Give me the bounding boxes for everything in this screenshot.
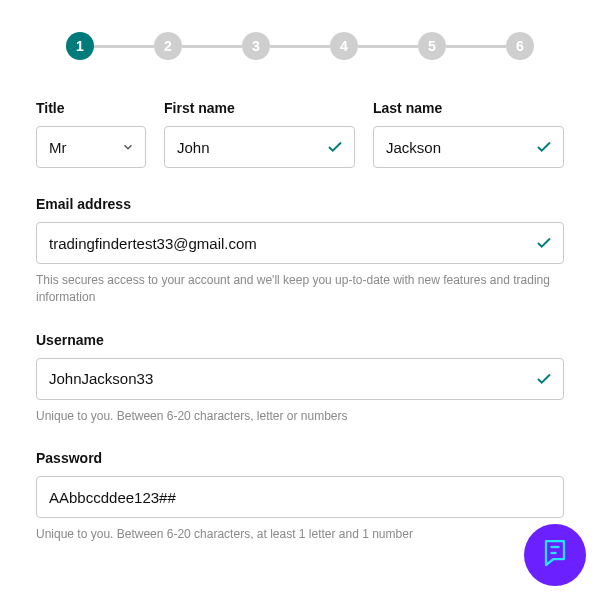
email-helper: This secures access to your account and … — [36, 272, 564, 306]
first-name-value: John — [177, 139, 210, 156]
username-input[interactable]: JohnJackson33 — [36, 358, 564, 400]
step-6[interactable]: 6 — [506, 32, 534, 60]
check-icon — [535, 138, 553, 156]
title-select[interactable]: Mr — [36, 126, 146, 168]
step-connector — [358, 45, 418, 48]
username-label: Username — [36, 332, 564, 348]
last-name-value: Jackson — [386, 139, 441, 156]
last-name-label: Last name — [373, 100, 564, 116]
password-label: Password — [36, 450, 564, 466]
step-1[interactable]: 1 — [66, 32, 94, 60]
email-label: Email address — [36, 196, 564, 212]
check-icon — [535, 234, 553, 252]
email-value: tradingfindertest33@gmail.com — [49, 235, 257, 252]
step-2[interactable]: 2 — [154, 32, 182, 60]
password-value: AAbbccddee123## — [49, 489, 176, 506]
step-4[interactable]: 4 — [330, 32, 358, 60]
username-helper: Unique to you. Between 6-20 characters, … — [36, 408, 564, 425]
step-connector — [270, 45, 330, 48]
first-name-input[interactable]: John — [164, 126, 355, 168]
step-5[interactable]: 5 — [418, 32, 446, 60]
progress-stepper: 1 2 3 4 5 6 — [36, 32, 564, 60]
title-label: Title — [36, 100, 146, 116]
check-icon — [326, 138, 344, 156]
step-connector — [182, 45, 242, 48]
password-helper: Unique to you. Between 6-20 characters, … — [36, 526, 564, 543]
first-name-label: First name — [164, 100, 355, 116]
username-value: JohnJackson33 — [49, 370, 153, 387]
chevron-down-icon — [121, 140, 135, 154]
step-3[interactable]: 3 — [242, 32, 270, 60]
last-name-input[interactable]: Jackson — [373, 126, 564, 168]
password-input[interactable]: AAbbccddee123## — [36, 476, 564, 518]
step-connector — [446, 45, 506, 48]
help-fab[interactable] — [524, 524, 586, 586]
email-input[interactable]: tradingfindertest33@gmail.com — [36, 222, 564, 264]
step-connector — [94, 45, 154, 48]
check-icon — [535, 370, 553, 388]
title-value: Mr — [49, 139, 67, 156]
chat-icon — [537, 535, 573, 575]
